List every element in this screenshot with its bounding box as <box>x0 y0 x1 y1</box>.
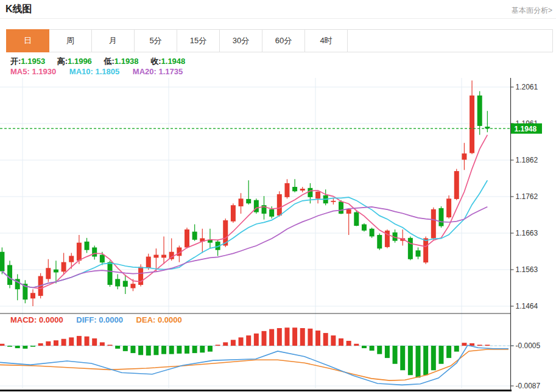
tab-5min[interactable]: 5分 <box>135 30 177 52</box>
candlestick-macd-chart[interactable]: 1.20611.19611.18621.17621.16631.15631.14… <box>0 78 556 392</box>
bottom-axis-bar <box>0 390 512 391</box>
ma5-legend: MA5: 1.1930 <box>10 67 56 76</box>
current-price-tag: 1.1948 <box>511 124 542 134</box>
svg-text:1.1464: 1.1464 <box>516 302 538 310</box>
svg-text:-0.0005: -0.0005 <box>516 341 541 350</box>
tab-monthly[interactable]: 月 <box>92 30 135 52</box>
svg-text:-0.0087: -0.0087 <box>516 382 541 390</box>
close-label: 收: <box>150 57 161 66</box>
low-label: 低: <box>104 57 114 66</box>
ohlc-legend: 开:1.1953 高:1.1996 低:1.1938 收:1.1948 <box>10 56 195 67</box>
svg-text:1.1948: 1.1948 <box>515 125 537 133</box>
ma-lines <box>2 135 487 289</box>
interval-tabbar: 日 周 月 5分 15分 30分 60分 4时 <box>6 29 553 52</box>
title-divider <box>0 18 556 19</box>
close-value: 1.1948 <box>161 57 186 66</box>
macd-value-legend: MACD: 0.0000 <box>10 315 63 324</box>
svg-text:1.1663: 1.1663 <box>516 229 538 237</box>
svg-text:1.1563: 1.1563 <box>516 265 538 274</box>
dea-value-legend: DEA: 0.0000 <box>136 315 182 324</box>
tab-4hour[interactable]: 4时 <box>305 30 348 52</box>
ma-legend: MA5: 1.1930 MA10: 1.1805 MA20: 1.1735 <box>10 67 183 76</box>
tab-15min[interactable]: 15分 <box>177 30 220 52</box>
fundamental-analysis-link[interactable]: 基本面分析> <box>512 5 552 16</box>
macd-legend: MACD: 0.0000 DIFF: 0.0000 DEA: 0.0000 <box>10 315 182 324</box>
page-title: K线图 <box>5 3 32 16</box>
open-label: 开: <box>10 57 21 66</box>
high-value: 1.1996 <box>68 57 92 66</box>
low-value: 1.1938 <box>114 57 139 66</box>
open-value: 1.1953 <box>21 57 45 66</box>
svg-text:1.1862: 1.1862 <box>516 156 538 164</box>
tab-weekly[interactable]: 周 <box>49 30 92 52</box>
tab-daily[interactable]: 日 <box>6 29 49 52</box>
ma20-legend: MA20: 1.1735 <box>133 67 183 76</box>
diff-value-legend: DIFF: 0.0000 <box>76 315 123 324</box>
tab-30min[interactable]: 30分 <box>220 30 262 52</box>
svg-text:1.2061: 1.2061 <box>516 83 538 91</box>
ma10-legend: MA10: 1.1805 <box>69 67 119 76</box>
tab-60min[interactable]: 60分 <box>262 30 305 52</box>
kline-page: { "header": { "title": "K线图", "link_labe… <box>0 0 556 392</box>
candles <box>0 80 490 306</box>
svg-text:1.1762: 1.1762 <box>516 192 538 201</box>
high-label: 高: <box>57 57 68 66</box>
macd-histogram <box>0 327 490 377</box>
